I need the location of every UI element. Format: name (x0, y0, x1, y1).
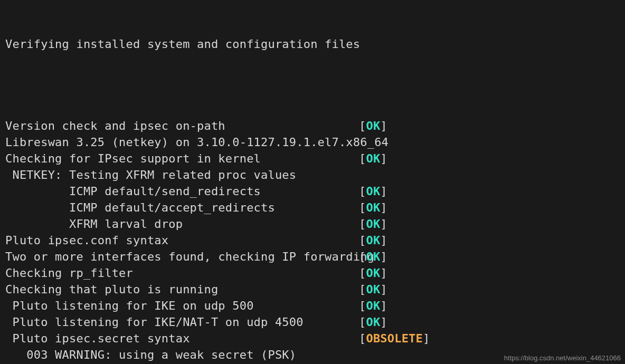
bracket-close: ] (380, 217, 387, 231)
status-text: OK (366, 299, 380, 312)
output-line: Pluto ipsec.secret syntax[OBSOLETE] (5, 330, 620, 347)
line-label: Checking that pluto is running (5, 281, 359, 298)
bracket-close: ] (380, 315, 387, 329)
line-label: Checking for IPsec support in kernel (5, 150, 359, 167)
line-label: NETKEY: Testing XFRM related proc values (5, 167, 359, 183)
bracket-open: [ (359, 283, 366, 296)
bracket-open: [ (359, 332, 366, 345)
output-line: Pluto listening for IKE on udp 500[OK] (5, 298, 620, 314)
status-ok: [OK] (359, 232, 387, 248)
line-label: Checking rp_filter (5, 265, 359, 281)
status-text: OK (366, 201, 380, 214)
bracket-close: ] (380, 283, 387, 296)
status-text: OK (366, 152, 380, 165)
bracket-close: ] (380, 152, 387, 165)
line-label: Version check and ipsec on-path (5, 118, 359, 134)
status-ok: [OK] (359, 281, 387, 298)
status-text: OK (366, 119, 380, 132)
status-ok: [OK] (359, 265, 387, 281)
bracket-open: [ (359, 250, 366, 263)
output-line: XFRM larval drop[OK] (5, 216, 620, 232)
status-ok: [OK] (359, 150, 387, 167)
output-line: Checking that pluto is running[OK] (5, 281, 620, 298)
status-ok: [OK] (359, 248, 387, 265)
line-label: Pluto ipsec.conf syntax (5, 232, 359, 248)
line-label: XFRM larval drop (5, 216, 359, 232)
bracket-close: ] (380, 119, 387, 132)
terminal-output: Verifying installed system and configura… (0, 0, 625, 364)
line-label: Pluto listening for IKE on udp 500 (5, 298, 359, 314)
status-ok: [OK] (359, 298, 387, 314)
line-label: ICMP default/send_redirects (5, 183, 359, 199)
bracket-open: [ (359, 217, 366, 231)
status-text: OK (366, 234, 380, 247)
status-ok: [OK] (359, 118, 387, 134)
output-line: ICMP default/accept_redirects[OK] (5, 199, 620, 216)
output-line: Checking rp_filter[OK] (5, 265, 620, 281)
line-label: Libreswan 3.25 (netkey) on 3.10.0-1127.1… (5, 134, 359, 150)
bracket-open: [ (359, 315, 366, 329)
bracket-close: ] (380, 299, 387, 312)
status-text: OK (366, 185, 380, 198)
line-label: Two or more interfaces found, checking I… (5, 248, 359, 265)
bracket-close: ] (423, 332, 430, 345)
status-text: OK (366, 250, 380, 263)
status-warn: [OBSOLETE] (359, 330, 430, 347)
bracket-open: [ (359, 299, 366, 312)
output-line: Checking for IPsec support in kernel[OK] (5, 150, 620, 167)
bracket-open: [ (359, 152, 366, 165)
line-label: ICMP default/accept_redirects (5, 199, 359, 216)
status-text: OK (366, 217, 380, 231)
status-ok: [OK] (359, 314, 387, 330)
status-text: OBSOLETE (366, 332, 423, 345)
output-line: Two or more interfaces found, checking I… (5, 248, 620, 265)
bracket-open: [ (359, 234, 366, 247)
line-label: 003 WARNING: using a weak secret (PSK) (5, 347, 359, 363)
bracket-close: ] (380, 266, 387, 280)
status-text: OK (366, 266, 380, 280)
status-text: OK (366, 315, 380, 329)
line-label: Pluto listening for IKE/NAT-T on udp 450… (5, 314, 359, 330)
status-ok: [OK] (359, 199, 387, 216)
bracket-close: ] (380, 201, 387, 214)
bracket-close: ] (380, 234, 387, 247)
header-line: Verifying installed system and configura… (5, 36, 620, 52)
bracket-open: [ (359, 185, 366, 198)
line-label: Pluto ipsec.secret syntax (5, 330, 359, 347)
bracket-open: [ (359, 201, 366, 214)
output-line: ICMP default/send_redirects[OK] (5, 183, 620, 199)
bracket-close: ] (380, 185, 387, 198)
status-text: OK (366, 283, 380, 296)
bracket-open: [ (359, 266, 366, 280)
output-line: Version check and ipsec on-path[OK] (5, 118, 620, 134)
header-text: Verifying installed system and configura… (5, 36, 359, 52)
output-line: NETKEY: Testing XFRM related proc values (5, 167, 620, 183)
output-line: Pluto ipsec.conf syntax[OK] (5, 232, 620, 248)
watermark: https://blog.csdn.net/weixin_44621066 (504, 354, 621, 362)
output-line: Pluto listening for IKE/NAT-T on udp 450… (5, 314, 620, 330)
bracket-open: [ (359, 119, 366, 132)
status-ok: [OK] (359, 183, 387, 199)
bracket-close: ] (380, 250, 387, 263)
status-ok: [OK] (359, 216, 387, 232)
output-line: Libreswan 3.25 (netkey) on 3.10.0-1127.1… (5, 134, 620, 150)
